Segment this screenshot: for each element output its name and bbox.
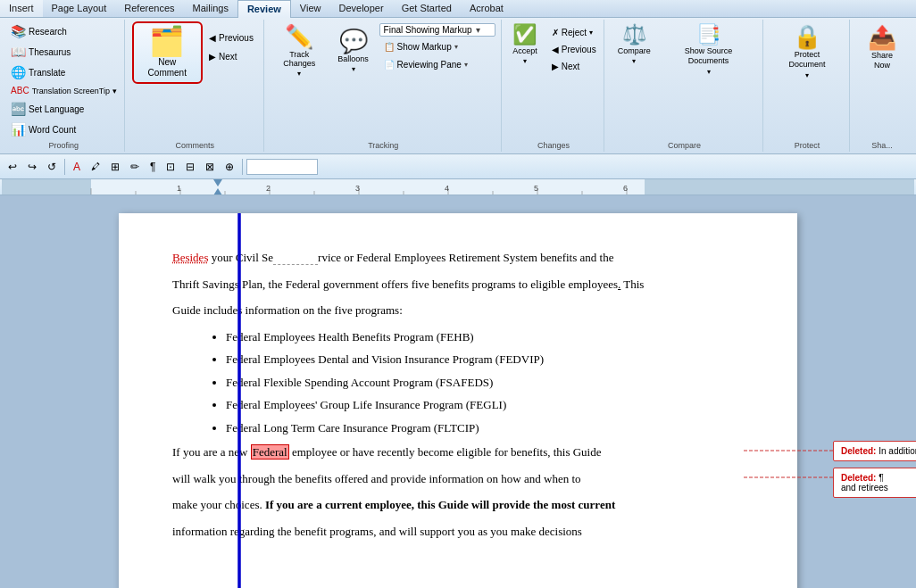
- prev-icon: ◀: [209, 33, 216, 43]
- markup-dropdown[interactable]: Final Showing Markup ▾: [379, 23, 495, 37]
- changes-next-icon: ▶: [552, 62, 559, 71]
- highlight-button[interactable]: 🖍: [87, 160, 104, 173]
- protect-items: 🔒 Protect Document ▾: [770, 21, 844, 139]
- bullet-1: Federal Employees Health Benefits Progra…: [226, 328, 744, 346]
- reject-button[interactable]: ✗ Reject ▾: [547, 25, 601, 40]
- tab-insert[interactable]: Insert: [0, 0, 43, 17]
- group-proofing: 📚 Research 📖 Thesaurus 🌐 Translate ABC T…: [4, 20, 125, 152]
- tab-get-started[interactable]: Get Started: [393, 0, 461, 17]
- bullet-3: Federal Flexible Spending Account Progra…: [226, 374, 744, 392]
- svg-text:3: 3: [355, 184, 360, 193]
- show-markup-arrow: ▾: [454, 43, 458, 51]
- tab-view[interactable]: View: [291, 0, 330, 17]
- comments-nav-col: ◀ Previous ▶ Next: [204, 30, 258, 64]
- share-icon: 📤: [868, 26, 896, 49]
- format-btn6[interactable]: ⊕: [221, 159, 238, 175]
- word-count-button[interactable]: 📊 Word Count: [6, 120, 121, 139]
- share-items: 📤 Share Now: [857, 21, 907, 139]
- font-color-button[interactable]: A: [69, 159, 85, 175]
- show-markup-icon: 📋: [384, 42, 395, 52]
- research-button[interactable]: 📚 Research: [6, 21, 121, 41]
- federal-highlight: Federal: [251, 444, 289, 460]
- svg-rect-2: [645, 179, 914, 195]
- thesaurus-button[interactable]: 📖 Thesaurus: [6, 42, 121, 62]
- reject-icon: ✗: [552, 28, 559, 37]
- protect-label: Protect: [795, 139, 820, 150]
- thesaurus-icon: 📖: [11, 45, 26, 59]
- svg-text:4: 4: [445, 184, 449, 193]
- show-source-button[interactable]: 📑 Show Source Documents ▾: [660, 21, 757, 79]
- tab-page-layout[interactable]: Page Layout: [43, 0, 116, 17]
- proofing-label: Proofing: [49, 139, 79, 150]
- set-language-button[interactable]: 🔤 Set Language: [6, 99, 121, 119]
- svg-text:6: 6: [623, 184, 628, 193]
- balloons-button[interactable]: 💬 Balloons ▾: [331, 21, 376, 80]
- new-comment-button[interactable]: 🗂️ New Comment: [132, 21, 203, 84]
- compare-items: ⚖️ Compare ▾ 📑 Show Source Documents ▾: [612, 21, 757, 139]
- reject-arrow: ▾: [589, 29, 593, 37]
- protect-arrow: ▾: [805, 71, 809, 79]
- para-if: If you are a new Federal employee or hav…: [172, 443, 744, 461]
- accept-icon: ✅: [512, 25, 537, 45]
- track-changes-icon: ✏️: [285, 25, 313, 48]
- format-btn2[interactable]: ✏: [126, 159, 144, 175]
- ribbon-tab-bar: Insert Page Layout References Mailings R…: [0, 0, 916, 18]
- research-icon: 📚: [11, 24, 26, 38]
- translate-icon: 🌐: [11, 65, 26, 79]
- separator1: [64, 159, 65, 175]
- para-walk: will walk you through the benefits offer…: [172, 470, 744, 488]
- reviewing-pane-button[interactable]: 📄 Reviewing Pane ▾: [379, 57, 495, 72]
- protect-document-button[interactable]: 🔒 Protect Document ▾: [770, 21, 844, 83]
- style-dropdown[interactable]: [246, 159, 318, 175]
- tab-acrobat[interactable]: Acrobat: [461, 0, 512, 17]
- track-changes-dropdown-icon: ▾: [297, 70, 301, 78]
- changes-previous-button[interactable]: ◀ Previous: [547, 42, 601, 57]
- track-changes-button[interactable]: ✏️ Track Changes ▾: [271, 21, 328, 81]
- accept-button[interactable]: ✅ Accept ▾: [506, 21, 544, 69]
- proofing-items: 📚 Research 📖 Thesaurus 🌐 Translate ABC T…: [6, 21, 121, 139]
- svg-text:2: 2: [266, 184, 271, 193]
- next-icon: ▶: [209, 52, 216, 62]
- comments-next-button[interactable]: ▶ Next: [204, 49, 258, 64]
- tab-mailings[interactable]: Mailings: [184, 0, 237, 17]
- changes-next-button[interactable]: ▶ Next: [547, 59, 601, 74]
- compare-button[interactable]: ⚖️ Compare ▾: [612, 21, 656, 69]
- show-markup-button[interactable]: 📋 Show Markup ▾: [379, 39, 495, 54]
- svg-rect-0: [2, 179, 91, 195]
- svg-rect-1: [91, 179, 645, 195]
- translate-button[interactable]: 🌐 Translate: [6, 62, 121, 82]
- comments-label: Comments: [175, 139, 214, 150]
- doc-wrapper: Deleted: In addition to Deleted: ¶and re…: [18, 213, 898, 588]
- abc-icon: ABC: [11, 86, 29, 95]
- paragraph-button[interactable]: ¶: [146, 159, 160, 175]
- format-btn3[interactable]: ⊡: [162, 159, 179, 175]
- toolbar2: ↩ ↪ ↺ A 🖍 ⊞ ✏ ¶ ⊡ ⊟ ⊠ ⊕: [0, 154, 916, 179]
- tab-review[interactable]: Review: [237, 0, 291, 18]
- proofing-col: 📚 Research 📖 Thesaurus 🌐 Translate ABC T…: [6, 21, 121, 139]
- changes-items: ✅ Accept ▾ ✗ Reject ▾ ◀ Previous: [506, 21, 600, 139]
- refresh-button[interactable]: ↺: [43, 159, 61, 175]
- para2: Thrift Savings Plan, the Federal governm…: [172, 276, 744, 294]
- redo-button[interactable]: ↪: [23, 159, 41, 175]
- protect-icon: 🔒: [793, 25, 821, 48]
- language-icon: 🔤: [11, 102, 26, 116]
- comments-previous-button[interactable]: ◀ Previous: [204, 30, 258, 46]
- share-now-button[interactable]: 📤 Share Now: [857, 21, 907, 75]
- tab-developer[interactable]: Developer: [330, 0, 393, 17]
- tracking-items: ✏️ Track Changes ▾ 💬 Balloons ▾ Final Sh…: [271, 21, 495, 139]
- svg-text:1: 1: [177, 184, 181, 193]
- group-protect: 🔒 Protect Document ▾ Protect: [765, 20, 850, 152]
- format-btn4[interactable]: ⊟: [181, 159, 199, 175]
- tab-references[interactable]: References: [115, 0, 183, 17]
- comments-items: 🗂️ New Comment ◀ Previous ▶ Next: [132, 21, 258, 139]
- group-comments: 🗂️ New Comment ◀ Previous ▶ Next Comment…: [127, 20, 264, 152]
- compare-arrow: ▾: [632, 57, 636, 65]
- ruler-inner: 1 2 3 4 5 6: [2, 179, 914, 195]
- format-btn5[interactable]: ⊠: [201, 159, 219, 175]
- reviewing-pane-icon: 📄: [384, 60, 395, 70]
- accept-arrow: ▾: [523, 57, 527, 65]
- translation-screentip-button[interactable]: ABC Translation ScreenTip ▾: [6, 83, 121, 98]
- format-btn1[interactable]: ⊞: [106, 159, 124, 175]
- group-changes: ✅ Accept ▾ ✗ Reject ▾ ◀ Previous: [504, 20, 605, 152]
- undo-button[interactable]: ↩: [4, 159, 21, 175]
